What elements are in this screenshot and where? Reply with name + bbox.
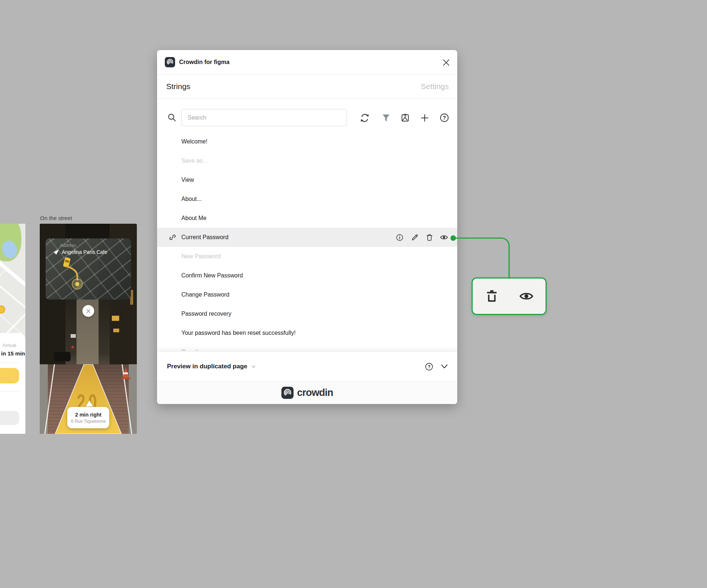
refresh-button[interactable] — [359, 112, 370, 123]
clipped-row-fragment — [181, 350, 185, 351]
filter-button[interactable] — [380, 112, 391, 123]
string-row[interactable]: New Password — [157, 247, 457, 266]
address-label: Address — [60, 243, 76, 248]
route-path — [60, 259, 93, 296]
direction-arrow-icon — [86, 400, 93, 407]
string-info-button[interactable] — [395, 233, 404, 242]
svg-text:?: ? — [443, 115, 446, 121]
arrival-eta: in 15 min — [1, 350, 25, 357]
string-row[interactable]: About... — [157, 189, 457, 209]
dialog-title: Crowdin for figma — [179, 50, 230, 74]
secondary-button-fragment — [0, 411, 19, 425]
sign-light — [113, 329, 119, 332]
tab-settings[interactable]: Settings — [421, 74, 449, 98]
help-icon: ? — [439, 113, 450, 123]
street-road: 20 2 min right 6 Rue Tiquetonne — [40, 364, 137, 434]
close-button[interactable] — [441, 57, 451, 67]
divider — [157, 98, 457, 99]
string-row-selected[interactable]: Current Password — [157, 228, 457, 247]
visibility-button[interactable] — [519, 288, 534, 304]
eye-icon — [440, 233, 448, 242]
trash-icon — [425, 233, 434, 242]
tab-strings[interactable]: Strings — [166, 74, 190, 98]
preview-mode-select[interactable]: Preview in duplicated page — [167, 352, 256, 381]
link-icon — [168, 233, 177, 241]
arrival-panel: Arrival in 15 min — [0, 333, 25, 434]
trash-icon — [484, 289, 499, 304]
crowdin-logo-icon — [165, 57, 175, 67]
arrival-label: Arrival — [3, 343, 16, 348]
crowdin-plugin-dialog: Crowdin for figma Strings Settings — [157, 50, 457, 404]
svg-text:?: ? — [427, 364, 430, 369]
crowdin-logo-icon — [281, 387, 294, 399]
callout-connector — [449, 232, 555, 283]
preview-help-button[interactable]: ? — [424, 362, 434, 371]
string-row[interactable]: Your password has been reset successfull… — [157, 323, 457, 343]
plugin-footer: crowdin — [157, 381, 457, 404]
traffic-cone-base — [121, 378, 131, 379]
string-row[interactable]: About Me — [157, 209, 457, 228]
confirm-button-fragment — [0, 368, 19, 383]
string-row[interactable]: Confirm New Password — [157, 266, 457, 285]
image-export-icon — [400, 113, 410, 123]
divider — [0, 391, 19, 392]
pencil-icon — [411, 233, 419, 242]
string-row[interactable]: Change Password — [157, 285, 457, 304]
search-icon — [167, 113, 177, 123]
string-delete-button[interactable] — [424, 233, 434, 242]
close-icon — [441, 58, 451, 67]
help-button[interactable]: ? — [439, 112, 450, 123]
traffic-cone-band — [124, 372, 128, 374]
sign-board — [71, 334, 76, 338]
bottom-bar: Preview in duplicated page ? — [157, 351, 457, 382]
crowdin-wordmark: crowdin — [297, 387, 333, 399]
direction-subtitle: 6 Rue Tiquetonne — [71, 419, 106, 424]
address-value: Angelina Paris Cafe — [62, 249, 107, 255]
help-icon: ? — [424, 362, 434, 371]
collapse-panel-button[interactable] — [440, 362, 449, 371]
artboard-arrival[interactable]: Arrival in 15 min — [0, 224, 25, 434]
chevron-down-icon — [440, 362, 449, 371]
map-roads — [0, 224, 25, 334]
string-edit-button[interactable] — [410, 233, 419, 242]
string-row[interactable]: View — [157, 170, 457, 189]
direction-card: 2 min right 6 Rue Tiquetonne — [67, 407, 109, 428]
close-overlay-button[interactable] — [82, 305, 94, 317]
close-icon — [86, 309, 90, 313]
dialog-header: Crowdin for figma — [157, 50, 457, 74]
delete-button[interactable] — [484, 288, 500, 304]
chevron-down-icon — [251, 364, 256, 369]
actions-callout — [472, 277, 547, 315]
figma-canvas: Arrival in 15 min On the street Address … — [0, 0, 707, 588]
refresh-icon — [360, 113, 370, 123]
string-row[interactable]: Welcome! — [157, 132, 457, 151]
clipped-row-fragment — [196, 350, 198, 351]
string-row[interactable]: Password recovery — [157, 304, 457, 323]
artboard-street[interactable]: Address Angelina Paris Cafe — [40, 224, 137, 434]
filter-icon — [381, 113, 391, 123]
search-input[interactable] — [181, 109, 347, 126]
sign-red — [71, 346, 74, 348]
plus-icon — [420, 113, 430, 123]
divider — [0, 362, 19, 363]
info-icon — [395, 233, 404, 242]
export-image-button[interactable] — [399, 112, 411, 123]
navigation-arrow-icon — [54, 249, 59, 255]
artboard-title: On the street — [40, 215, 72, 221]
add-string-button[interactable] — [419, 112, 430, 123]
sign-light — [112, 316, 119, 321]
eye-icon — [519, 288, 534, 304]
address-map-card: Address Angelina Paris Cafe — [46, 238, 131, 300]
string-visibility-button[interactable] — [439, 233, 449, 242]
parked-car — [54, 352, 71, 361]
string-row[interactable]: Save as... — [157, 151, 457, 170]
tab-bar: Strings Settings — [157, 74, 457, 98]
direction-title: 2 min right — [75, 412, 102, 418]
